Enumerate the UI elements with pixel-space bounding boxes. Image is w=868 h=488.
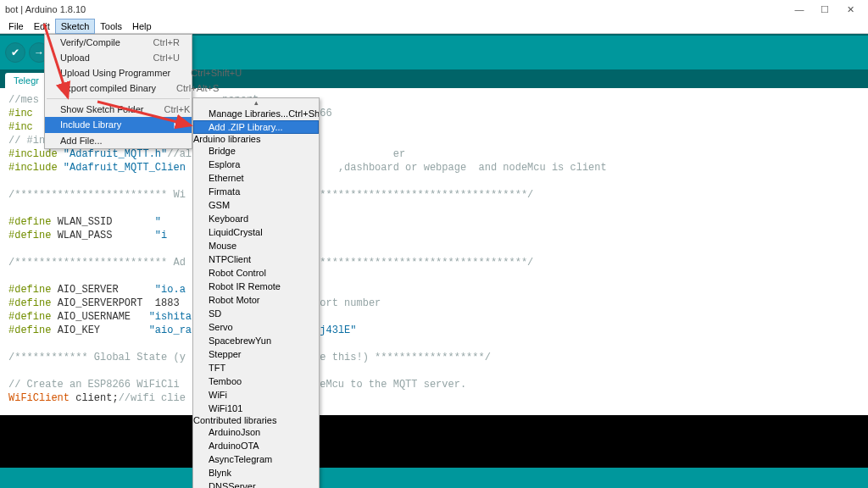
lib-item[interactable]: SpacebrewYun	[193, 334, 319, 347]
menu-file[interactable]: File	[3, 19, 29, 33]
lib-item[interactable]: Temboo	[193, 374, 319, 388]
chevron-right-icon: ▶	[174, 119, 180, 130]
lib-item[interactable]: TFT	[193, 361, 319, 374]
mi-upload-prog[interactable]: Upload Using ProgrammerCtrl+Shift+U	[45, 65, 192, 80]
status-bar	[0, 468, 868, 488]
scroll-up-icon[interactable]: ▴	[193, 98, 319, 107]
maximize-button[interactable]: ☐	[812, 4, 837, 15]
menu-sketch[interactable]: Sketch	[55, 19, 96, 34]
lib-item[interactable]: Ethernet	[193, 171, 319, 185]
lib-item[interactable]: Keyboard	[193, 212, 319, 225]
mi-add-zip-library[interactable]: Add .ZIP Library...	[193, 120, 319, 134]
verify-button[interactable]: ✔	[5, 42, 25, 63]
code-text: //mes	[8, 94, 39, 106]
mi-manage-libraries[interactable]: Manage Libraries...Ctrl+Shift+I	[193, 107, 319, 120]
lib-item[interactable]: Servo	[193, 320, 319, 334]
menu-help[interactable]: Help	[127, 19, 157, 33]
submenu-header-arduino: Arduino libraries	[193, 134, 319, 144]
mi-show-folder[interactable]: Show Sketch FolderCtrl+K	[45, 102, 192, 117]
lib-item[interactable]: Robot IR Remote	[193, 280, 319, 293]
lib-item[interactable]: WiFi101	[193, 402, 319, 415]
lib-item[interactable]: AsyncTelegram	[193, 452, 319, 466]
lib-item[interactable]: ArduinoJson	[193, 425, 319, 439]
window-title: bot | Arduino 1.8.10	[5, 4, 86, 14]
lib-item[interactable]: Mouse	[193, 239, 319, 252]
mi-include-library[interactable]: Include Library▶	[45, 117, 192, 133]
mi-export-bin[interactable]: Export compiled BinaryCtrl+Alt+S	[45, 80, 192, 96]
lib-item[interactable]: Firmata	[193, 185, 319, 198]
include-library-submenu[interactable]: ▴ Manage Libraries...Ctrl+Shift+I Add .Z…	[192, 97, 320, 488]
lib-item[interactable]: LiquidCrystal	[193, 225, 319, 239]
menubar[interactable]: File Edit Sketch Tools Help	[0, 19, 868, 34]
mi-upload[interactable]: UploadCtrl+U	[45, 50, 192, 65]
menu-separator	[47, 98, 190, 99]
lib-item[interactable]: SD	[193, 307, 319, 320]
menu-tools[interactable]: Tools	[95, 19, 127, 33]
menu-edit[interactable]: Edit	[29, 19, 55, 33]
lib-item[interactable]: Robot Motor	[193, 293, 319, 307]
lib-item[interactable]: WiFi	[193, 388, 319, 402]
close-button[interactable]: ✕	[837, 4, 863, 15]
lib-item[interactable]: Robot Control	[193, 266, 319, 280]
lib-item[interactable]: Esplora	[193, 158, 319, 171]
lib-item[interactable]: ArduinoOTA	[193, 439, 319, 452]
lib-item[interactable]: Bridge	[193, 144, 319, 158]
mi-add-file[interactable]: Add File...	[45, 133, 192, 148]
lib-item[interactable]: DNSServer	[193, 480, 319, 488]
sketch-tab[interactable]: Telegr	[5, 73, 47, 88]
console-area	[0, 415, 868, 468]
mi-verify[interactable]: Verify/CompileCtrl+R	[45, 35, 192, 50]
lib-item[interactable]: NTPClient	[193, 252, 319, 266]
minimize-button[interactable]: —	[787, 4, 812, 14]
sketch-menu[interactable]: Verify/CompileCtrl+R UploadCtrl+U Upload…	[44, 34, 192, 149]
submenu-header-contrib: Contributed libraries	[193, 415, 319, 425]
lib-item[interactable]: Stepper	[193, 347, 319, 361]
window-titlebar: bot | Arduino 1.8.10 — ☐ ✕	[0, 0, 868, 19]
lib-item[interactable]: GSM	[193, 198, 319, 212]
lib-item[interactable]: Blynk	[193, 466, 319, 480]
